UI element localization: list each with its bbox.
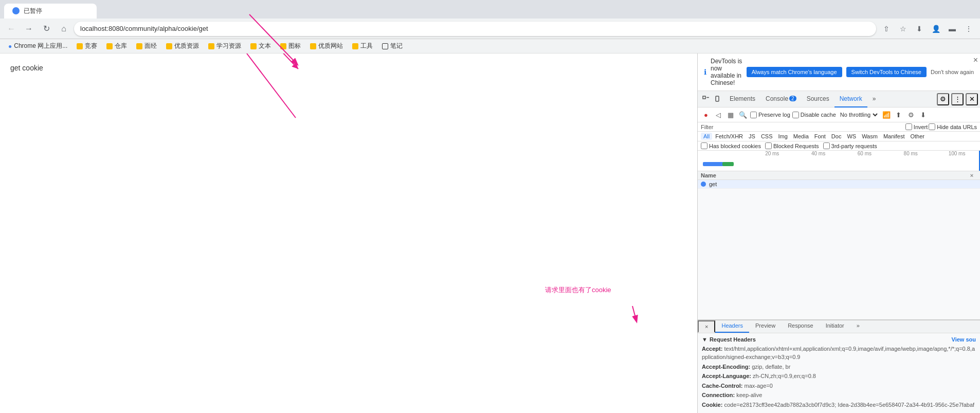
- blocked-cookies-checkbox[interactable]: [701, 142, 707, 149]
- settings-icon[interactable]: ⚙: [937, 93, 949, 105]
- bookmark-notes[interactable]: 笔记: [378, 41, 407, 51]
- invert-label[interactable]: Invert: [905, 123, 928, 130]
- bookmark-icon[interactable]: ☆: [896, 22, 910, 36]
- bookmark-icon-repo: [106, 43, 113, 49]
- request-headers-section: ▼ Request Headers View sou: [702, 336, 976, 343]
- back-button[interactable]: ←: [4, 22, 19, 36]
- home-button[interactable]: ⌂: [57, 22, 71, 36]
- bookmark-label: 优质资源: [174, 42, 199, 50]
- view-source-link[interactable]: View sou: [952, 336, 976, 343]
- filter-row: Filter Invert Hide data URLs: [698, 122, 980, 132]
- inspect-icon[interactable]: [700, 93, 712, 105]
- menu-icon[interactable]: ⋮: [961, 22, 976, 36]
- bookmark-chrome[interactable]: ● Chrome 网上应用...: [4, 41, 71, 51]
- filter-css[interactable]: CSS: [758, 133, 775, 140]
- details-close-button[interactable]: ×: [698, 320, 715, 333]
- bookmark-competition[interactable]: 竞赛: [72, 41, 101, 51]
- bookmark-tools[interactable]: 工具: [348, 41, 377, 51]
- invert-checkbox[interactable]: [905, 123, 912, 130]
- bookmark-repo[interactable]: 仓库: [102, 41, 131, 51]
- bookmark-icon-learn: [208, 43, 214, 49]
- details-tab-response[interactable]: Response: [782, 320, 820, 333]
- bookmark-websites[interactable]: 优质网站: [306, 41, 347, 51]
- details-content: ▼ Request Headers View sou Accept: text/…: [698, 333, 980, 414]
- filter-input[interactable]: [716, 124, 904, 130]
- forward-button[interactable]: →: [22, 22, 36, 36]
- notification-close-button[interactable]: ×: [973, 56, 978, 65]
- bookmark-label: 面经: [144, 42, 157, 50]
- filter-button[interactable]: ▦: [725, 110, 736, 120]
- filter-ws[interactable]: WS: [844, 133, 859, 140]
- details-tab-headers[interactable]: Headers: [715, 320, 749, 333]
- col-close-header[interactable]: ×: [967, 172, 977, 178]
- reload-button[interactable]: ↻: [39, 22, 53, 36]
- preserve-log-checkbox[interactable]: [750, 112, 757, 118]
- match-language-button[interactable]: Always match Chrome's language: [747, 67, 842, 77]
- filter-wasm[interactable]: Wasm: [859, 133, 880, 140]
- bookmark-resources[interactable]: 优质资源: [162, 41, 203, 51]
- hide-data-urls-label[interactable]: Hide data URLs: [929, 123, 977, 130]
- dont-show-button[interactable]: Don't show again: [931, 69, 974, 75]
- preserve-log-label[interactable]: Preserve log: [750, 112, 790, 118]
- close-devtools-button[interactable]: ✕: [966, 93, 978, 105]
- details-tab-initiator[interactable]: Initiator: [820, 320, 850, 333]
- tab-settings-area: ⚙ ⋮ ✕: [937, 93, 978, 105]
- extension-icon[interactable]: ▬: [945, 22, 959, 36]
- more-options-icon[interactable]: ⋮: [951, 93, 964, 105]
- bookmark-icons[interactable]: 图标: [276, 41, 305, 51]
- blocked-cookies-check[interactable]: Has blocked cookies: [701, 142, 761, 149]
- tab-more[interactable]: »: [867, 91, 881, 107]
- header-accept: Accept: text/html,application/xhtml+xml,…: [702, 345, 976, 362]
- download-icon[interactable]: ⬇: [912, 22, 927, 36]
- bookmark-learn[interactable]: 学习资源: [204, 41, 245, 51]
- filter-doc[interactable]: Doc: [829, 133, 844, 140]
- bookmark-text[interactable]: 文本: [246, 41, 275, 51]
- device-icon[interactable]: [712, 93, 724, 105]
- tab-elements[interactable]: Elements: [724, 91, 760, 107]
- clear-button[interactable]: ◁: [713, 110, 723, 120]
- blocked-requests-checkbox[interactable]: [765, 142, 772, 149]
- address-input[interactable]: [74, 22, 876, 36]
- filter-fetch-xhr[interactable]: Fetch/XHR: [713, 133, 746, 140]
- blocked-requests-check[interactable]: Blocked Requests: [765, 142, 819, 149]
- third-party-checkbox[interactable]: [823, 142, 830, 149]
- wifi-icon[interactable]: 📶: [881, 110, 892, 120]
- upload-icon[interactable]: ⬆: [894, 110, 904, 120]
- third-party-check[interactable]: 3rd-party requests: [823, 142, 877, 149]
- bookmark-icon-tools: [352, 43, 358, 49]
- search-button[interactable]: 🔍: [738, 110, 748, 120]
- timeline-bar-green: [722, 162, 734, 166]
- network-row-get[interactable]: get: [698, 180, 980, 189]
- tab-sources[interactable]: Sources: [802, 91, 834, 107]
- filter-other[interactable]: Other: [908, 133, 927, 140]
- bookmark-label: 仓库: [115, 42, 127, 50]
- disable-cache-label[interactable]: Disable cache: [792, 112, 836, 118]
- throttle-select[interactable]: No throttling: [838, 111, 879, 118]
- hide-data-urls-checkbox[interactable]: [929, 123, 935, 130]
- filter-js[interactable]: JS: [746, 133, 758, 140]
- record-button[interactable]: ●: [701, 110, 711, 120]
- filter-font[interactable]: Font: [812, 133, 828, 140]
- timeline-bar-blue: [703, 162, 723, 166]
- bookmark-interview[interactable]: 面经: [132, 41, 161, 51]
- filter-media[interactable]: Media: [791, 133, 811, 140]
- header-accept-language: Accept-Language: zh-CN,zh;q=0.9,en;q=0.8: [702, 372, 976, 381]
- tab-console[interactable]: Console 2: [760, 91, 802, 107]
- details-tab-preview[interactable]: Preview: [749, 320, 782, 333]
- timeline: 20 ms 40 ms 60 ms 80 ms 100 ms: [698, 151, 980, 171]
- download2-icon[interactable]: ⬇: [918, 110, 929, 120]
- switch-chinese-button[interactable]: Switch DevTools to Chinese: [846, 67, 927, 77]
- active-tab[interactable]: 已暂停: [4, 4, 97, 19]
- bookmark-icon-icons: [280, 43, 286, 49]
- details-panel: × Headers Preview Response Initiator » ▼…: [698, 319, 980, 414]
- share-icon[interactable]: ⇧: [879, 22, 894, 36]
- tab-network[interactable]: Network: [834, 91, 867, 107]
- settings2-icon[interactable]: ⚙: [906, 110, 916, 120]
- filter-manifest[interactable]: Manifest: [881, 133, 908, 140]
- disable-cache-checkbox[interactable]: [792, 112, 799, 118]
- profile-icon[interactable]: 👤: [929, 22, 943, 36]
- filter-all[interactable]: All: [701, 133, 712, 140]
- filter-img[interactable]: Img: [776, 133, 790, 140]
- address-bar-row: ← → ↻ ⌂ ⇧ ☆ ⬇ 👤 ▬ ⋮: [0, 19, 980, 39]
- details-tab-more[interactable]: »: [850, 320, 866, 333]
